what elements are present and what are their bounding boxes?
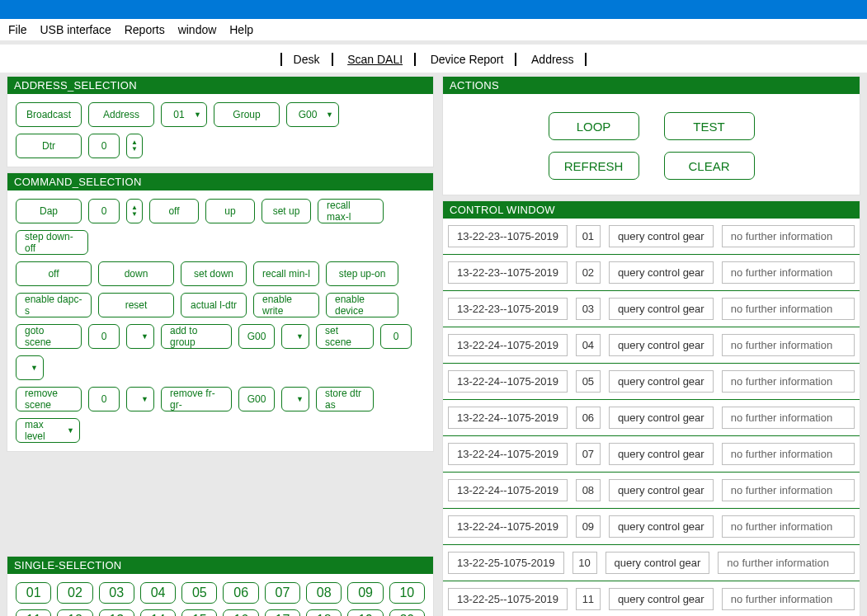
off2-button[interactable]: off xyxy=(16,261,92,286)
goto-scene-value[interactable]: 0 xyxy=(88,324,120,349)
control-query: query control gear xyxy=(609,225,714,247)
goto-scene-button[interactable]: goto scene xyxy=(16,324,82,349)
single-cell-11[interactable]: 11 xyxy=(16,609,51,616)
control-id: 11 xyxy=(576,588,601,610)
dtr-spinner[interactable]: ▲▼ xyxy=(126,134,143,158)
control-query: query control gear xyxy=(609,479,714,501)
set-scene-value[interactable]: 0 xyxy=(380,324,412,349)
tab-scan-dali[interactable]: Scan DALI xyxy=(336,53,416,66)
single-cell-10[interactable]: 10 xyxy=(389,582,425,604)
remove-group-value[interactable]: G00 xyxy=(238,387,275,411)
dap-spinner[interactable]: ▲▼ xyxy=(126,199,143,223)
control-query: query control gear xyxy=(609,370,714,393)
control-info: no further information xyxy=(722,515,855,538)
single-cell-19[interactable]: 19 xyxy=(347,609,383,616)
remove-scene-button[interactable]: remove scene xyxy=(16,387,82,411)
tab-device-report[interactable]: Device Report xyxy=(419,53,517,66)
single-cell-12[interactable]: 12 xyxy=(57,609,92,616)
control-info: no further information xyxy=(722,261,855,284)
menu-help[interactable]: Help xyxy=(229,23,253,36)
down-button[interactable]: down xyxy=(98,261,174,286)
dtr-button[interactable]: Dtr xyxy=(16,134,82,158)
add-group-dd[interactable] xyxy=(281,324,309,349)
remove-scene-value[interactable]: 0 xyxy=(88,387,120,411)
control-info: no further information xyxy=(722,334,855,356)
recall-max-button[interactable]: recall max-l xyxy=(318,199,384,223)
menu-file[interactable]: File xyxy=(8,23,27,36)
setup-button[interactable]: set up xyxy=(262,199,311,223)
single-cell-13[interactable]: 13 xyxy=(99,609,134,616)
control-timestamp: 13-22-25-1075-2019 xyxy=(448,552,564,574)
enable-write-button[interactable]: enable write xyxy=(253,293,319,317)
remove-group-button[interactable]: remove fr- gr- xyxy=(161,387,232,411)
refresh-button[interactable]: REFRESH xyxy=(549,152,639,180)
single-cell-08[interactable]: 08 xyxy=(306,582,342,604)
control-info: no further information xyxy=(722,407,855,429)
single-cell-03[interactable]: 03 xyxy=(99,582,134,604)
clear-button[interactable]: CLEAR xyxy=(664,152,755,180)
single-cell-09[interactable]: 09 xyxy=(347,582,383,604)
single-cell-02[interactable]: 02 xyxy=(57,582,92,604)
loop-button[interactable]: LOOP xyxy=(549,112,639,140)
dtr-value[interactable]: 0 xyxy=(88,134,120,158)
remove-group-dd[interactable] xyxy=(281,387,309,411)
goto-scene-dd[interactable] xyxy=(126,324,154,349)
control-id: 09 xyxy=(576,515,601,538)
single-cell-20[interactable]: 20 xyxy=(389,609,425,616)
add-group-button[interactable]: add to group xyxy=(161,324,232,349)
single-cell-07[interactable]: 07 xyxy=(265,582,300,604)
control-info: no further information xyxy=(722,298,855,320)
single-cell-18[interactable]: 18 xyxy=(306,609,342,616)
add-group-value[interactable]: G00 xyxy=(238,324,275,349)
address-button[interactable]: Address xyxy=(88,102,154,127)
control-info: no further information xyxy=(718,552,855,574)
address-select[interactable]: 01 xyxy=(161,102,207,127)
control-query: query control gear xyxy=(609,588,714,610)
single-cell-17[interactable]: 17 xyxy=(265,609,300,616)
group-select[interactable]: G00 xyxy=(286,102,339,127)
remove-scene-dd[interactable] xyxy=(126,387,154,411)
control-info: no further information xyxy=(722,588,855,610)
single-cell-05[interactable]: 05 xyxy=(181,582,217,604)
max-level-select[interactable]: max level xyxy=(16,418,80,443)
menu-usb[interactable]: USB interface xyxy=(40,23,111,36)
control-query: query control gear xyxy=(609,298,714,320)
reset-button[interactable]: reset xyxy=(98,293,174,317)
step-down-off-button[interactable]: step down-off xyxy=(16,230,88,255)
menu-reports[interactable]: Reports xyxy=(125,23,165,36)
menu-window[interactable]: window xyxy=(178,23,217,36)
control-timestamp: 13-22-24--1075-2019 xyxy=(448,515,568,538)
control-row: 13-22-24--1075-201907query control gearn… xyxy=(443,436,860,473)
recall-min-button[interactable]: recall min-l xyxy=(253,261,319,286)
dap-value[interactable]: 0 xyxy=(88,199,120,223)
single-cell-14[interactable]: 14 xyxy=(140,609,176,616)
control-query: query control gear xyxy=(609,515,714,538)
broadcast-button[interactable]: Broadcast xyxy=(16,102,82,127)
single-cell-16[interactable]: 16 xyxy=(223,609,258,616)
tab-address[interactable]: Address xyxy=(520,53,587,66)
store-dtr-button[interactable]: store dtr as xyxy=(316,387,374,411)
tab-desk[interactable]: Desk xyxy=(280,53,333,66)
dap-button[interactable]: Dap xyxy=(16,199,82,223)
off-button[interactable]: off xyxy=(149,199,199,223)
control-row: 13-22-23--1075-201901query control gearn… xyxy=(443,219,860,255)
single-cell-06[interactable]: 06 xyxy=(223,582,258,604)
control-timestamp: 13-22-23--1075-2019 xyxy=(448,298,568,320)
up-button[interactable]: up xyxy=(205,199,255,223)
test-button[interactable]: TEST xyxy=(664,112,755,140)
control-timestamp: 13-22-24--1075-2019 xyxy=(448,443,568,465)
set-down-button[interactable]: set down xyxy=(181,261,247,286)
set-scene-button[interactable]: set scene xyxy=(316,324,374,349)
control-id: 02 xyxy=(576,261,601,284)
group-button[interactable]: Group xyxy=(214,102,280,127)
single-cell-15[interactable]: 15 xyxy=(181,609,217,616)
set-scene-dd[interactable] xyxy=(16,355,44,380)
actual-ldtr-button[interactable]: actual l-dtr xyxy=(181,293,247,317)
enable-dapcs-button[interactable]: enable dapc-s xyxy=(16,293,92,317)
single-cell-04[interactable]: 04 xyxy=(140,582,176,604)
step-up-on-button[interactable]: step up-on xyxy=(326,261,398,286)
panel-command-selection: COMMAND_SELECTION Dap 0 ▲▼ off up set up… xyxy=(7,172,434,452)
control-row: 13-22-24--1075-201904query control gearn… xyxy=(443,327,860,364)
enable-device-button[interactable]: enable device xyxy=(326,293,398,317)
single-cell-01[interactable]: 01 xyxy=(16,582,51,604)
